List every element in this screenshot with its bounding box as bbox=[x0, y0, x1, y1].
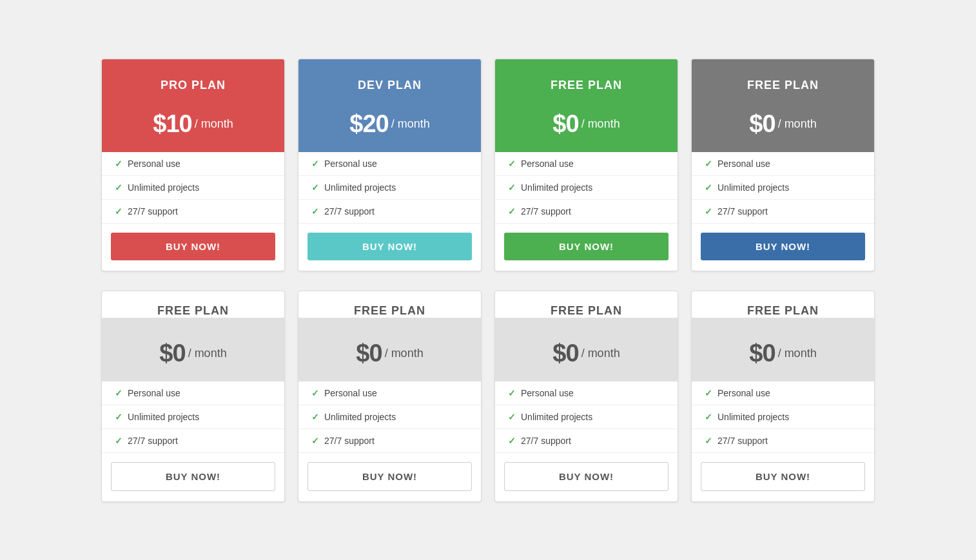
check-icon: ✓ bbox=[705, 388, 712, 398]
price: $10 bbox=[153, 110, 191, 138]
feature-label: 27/7 support bbox=[324, 436, 375, 446]
price-period: / month bbox=[581, 347, 620, 360]
plan-name: FREE PLAN bbox=[495, 291, 678, 318]
buy-now-button[interactable]: BUY NOW! bbox=[701, 462, 865, 491]
price-period: / month bbox=[195, 117, 233, 131]
feature-label: Unlimited projects bbox=[324, 412, 396, 422]
plan-name: PRO PLAN bbox=[115, 70, 271, 99]
card-header: $0/ month bbox=[298, 318, 481, 381]
feature-row: ✓27/7 support bbox=[495, 200, 678, 224]
feature-label: 27/7 support bbox=[717, 206, 768, 217]
feature-row: ✓Unlimited projects bbox=[298, 176, 481, 200]
pricing-card-free-1: FREE PLAN$0/ month✓Personal use✓Unlimite… bbox=[101, 291, 285, 502]
feature-label: Unlimited projects bbox=[128, 412, 199, 422]
price-period: / month bbox=[778, 117, 817, 131]
check-icon: ✓ bbox=[115, 159, 122, 169]
plan-name: FREE PLAN bbox=[102, 291, 284, 318]
check-icon: ✓ bbox=[311, 206, 319, 217]
price-block: $0/ month bbox=[508, 99, 665, 152]
card-body: ✓Personal use✓Unlimited projects✓27/7 su… bbox=[298, 152, 481, 271]
card-body: ✓Personal use✓Unlimited projects✓27/7 su… bbox=[495, 152, 678, 271]
feature-row: ✓Unlimited projects bbox=[495, 176, 678, 200]
feature-row: ✓Unlimited projects bbox=[692, 405, 874, 429]
price: $0 bbox=[356, 340, 382, 367]
button-row: BUY NOW! bbox=[102, 453, 284, 501]
feature-row: ✓Unlimited projects bbox=[298, 405, 481, 429]
card-body: ✓Personal use✓Unlimited projects✓27/7 su… bbox=[692, 152, 874, 271]
button-row: BUY NOW! bbox=[102, 224, 284, 271]
buy-now-button[interactable]: BUY NOW! bbox=[111, 233, 275, 260]
feature-label: Unlimited projects bbox=[521, 182, 592, 193]
check-icon: ✓ bbox=[705, 182, 712, 193]
pricing-card-pro: PRO PLAN$10/ month✓Personal use✓Unlimite… bbox=[101, 59, 285, 271]
feature-row: ✓27/7 support bbox=[102, 429, 284, 453]
feature-label: Personal use bbox=[717, 159, 770, 169]
card-body: ✓Personal use✓Unlimited projects✓27/7 su… bbox=[102, 381, 284, 501]
feature-row: ✓27/7 support bbox=[692, 429, 874, 453]
card-body: ✓Personal use✓Unlimited projects✓27/7 su… bbox=[495, 381, 678, 501]
card-body: ✓Personal use✓Unlimited projects✓27/7 su… bbox=[102, 152, 284, 271]
card-header: $0/ month bbox=[102, 318, 284, 381]
buy-now-button[interactable]: BUY NOW! bbox=[307, 233, 472, 260]
feature-label: Unlimited projects bbox=[521, 412, 592, 422]
plan-name: FREE PLAN bbox=[508, 70, 665, 99]
price: $0 bbox=[552, 340, 578, 367]
card-body: ✓Personal use✓Unlimited projects✓27/7 su… bbox=[298, 381, 481, 501]
feature-row: ✓27/7 support bbox=[692, 200, 874, 224]
feature-label: Personal use bbox=[128, 388, 181, 398]
card-body: ✓Personal use✓Unlimited projects✓27/7 su… bbox=[692, 381, 874, 501]
check-icon: ✓ bbox=[115, 182, 122, 193]
check-icon: ✓ bbox=[311, 436, 319, 446]
check-icon: ✓ bbox=[311, 412, 319, 422]
check-icon: ✓ bbox=[508, 436, 516, 446]
button-row: BUY NOW! bbox=[495, 224, 678, 271]
check-icon: ✓ bbox=[705, 159, 712, 169]
price: $0 bbox=[749, 340, 775, 367]
feature-row: ✓27/7 support bbox=[298, 200, 481, 224]
pricing-card-free-3: FREE PLAN$0/ month✓Personal use✓Unlimite… bbox=[494, 291, 678, 502]
check-icon: ✓ bbox=[115, 412, 122, 422]
button-row: BUY NOW! bbox=[692, 224, 874, 271]
button-row: BUY NOW! bbox=[495, 453, 678, 501]
card-header: PRO PLAN$10/ month bbox=[102, 59, 284, 152]
top-row: PRO PLAN$10/ month✓Personal use✓Unlimite… bbox=[69, 59, 907, 271]
price-period: / month bbox=[581, 117, 620, 131]
feature-row: ✓Personal use bbox=[692, 152, 874, 176]
check-icon: ✓ bbox=[508, 206, 516, 217]
feature-row: ✓Personal use bbox=[692, 381, 874, 405]
plan-name: FREE PLAN bbox=[298, 291, 481, 318]
feature-row: ✓Unlimited projects bbox=[692, 176, 874, 200]
feature-label: 27/7 support bbox=[521, 436, 571, 446]
buy-now-button[interactable]: BUY NOW! bbox=[307, 462, 472, 491]
check-icon: ✓ bbox=[311, 159, 319, 169]
buy-now-button[interactable]: BUY NOW! bbox=[504, 233, 669, 260]
feature-row: ✓Personal use bbox=[102, 152, 284, 176]
price-block: $0/ month bbox=[705, 328, 861, 381]
feature-label: Personal use bbox=[521, 159, 574, 169]
price-block: $0/ month bbox=[115, 328, 271, 381]
buy-now-button[interactable]: BUY NOW! bbox=[504, 462, 669, 491]
feature-label: Personal use bbox=[521, 388, 574, 398]
check-icon: ✓ bbox=[705, 412, 712, 422]
feature-label: Unlimited projects bbox=[717, 182, 789, 193]
price-period: / month bbox=[188, 347, 227, 360]
price-period: / month bbox=[778, 347, 817, 360]
check-icon: ✓ bbox=[705, 436, 712, 446]
feature-row: ✓Personal use bbox=[495, 152, 678, 176]
price-block: $20/ month bbox=[311, 99, 468, 152]
feature-label: 27/7 support bbox=[128, 436, 178, 446]
card-header: $0/ month bbox=[692, 318, 874, 381]
feature-row: ✓Personal use bbox=[495, 381, 678, 405]
buy-now-button[interactable]: BUY NOW! bbox=[701, 233, 865, 260]
feature-row: ✓Personal use bbox=[298, 152, 481, 176]
bottom-row: FREE PLAN$0/ month✓Personal use✓Unlimite… bbox=[69, 291, 907, 502]
pricing-card-free-green: FREE PLAN$0/ month✓Personal use✓Unlimite… bbox=[494, 59, 678, 271]
price: $0 bbox=[159, 340, 185, 367]
check-icon: ✓ bbox=[115, 388, 122, 398]
feature-row: ✓27/7 support bbox=[495, 429, 678, 453]
plan-name: DEV PLAN bbox=[311, 70, 468, 99]
feature-row: ✓Personal use bbox=[102, 381, 284, 405]
price: $0 bbox=[749, 110, 775, 138]
pricing-card-dev: DEV PLAN$20/ month✓Personal use✓Unlimite… bbox=[298, 59, 482, 271]
buy-now-button[interactable]: BUY NOW! bbox=[111, 462, 275, 491]
